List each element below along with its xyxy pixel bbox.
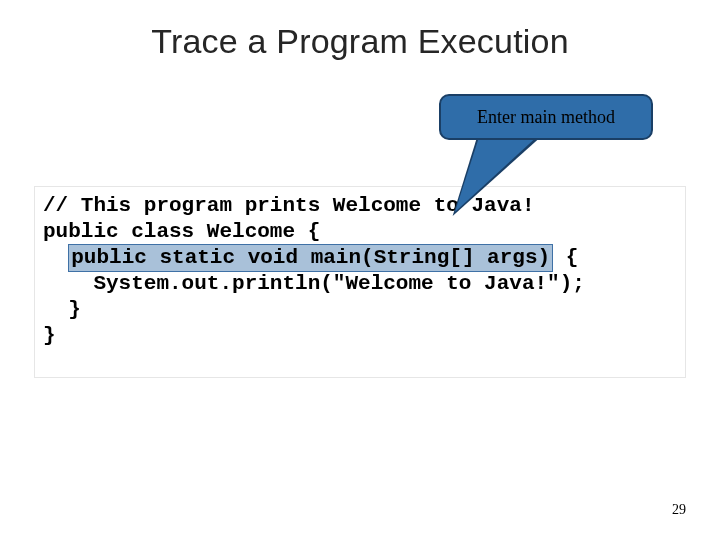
callout-label: Enter main method [477,107,615,127]
code-line: } [43,297,677,323]
code-indent [43,246,68,269]
callout-box: Enter main method [439,94,653,140]
code-block: // This program prints Welcome to Java! … [43,193,677,349]
page-title: Trace a Program Execution [0,22,720,61]
code-suffix: { [553,246,591,269]
page-number: 29 [672,502,686,518]
code-line: } [43,323,677,349]
code-box: // This program prints Welcome to Java! … [34,186,686,378]
code-line: public class Welcome { [43,219,677,245]
slide: Trace a Program Execution Enter main met… [0,0,720,540]
code-line: System.out.println("Welcome to Java!"); [43,271,677,297]
code-line: // This program prints Welcome to Java! [43,193,677,219]
code-line-highlighted: public static void main(String[] args) { [43,245,677,271]
highlight-main-signature: public static void main(String[] args) [68,244,553,272]
